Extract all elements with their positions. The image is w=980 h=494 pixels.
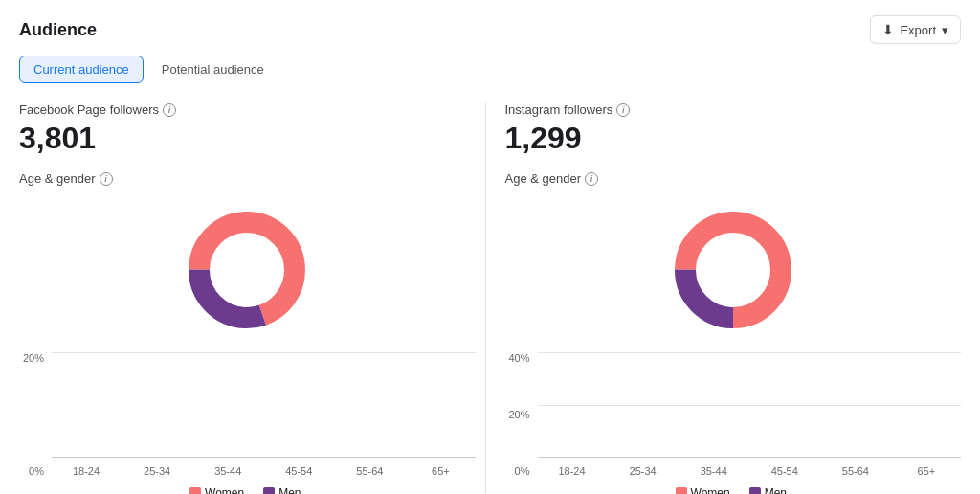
facebook-donut-chart: [180, 203, 314, 337]
instagram-panel: Instagram followers i 1,299 Age & gender…: [485, 102, 962, 494]
instagram-metric-value: 1,299: [505, 121, 962, 156]
instagram-chart-area: 40% 20% 0%: [505, 193, 962, 494]
y-label-40-ig: 40%: [508, 352, 529, 364]
facebook-age-gender-label: Age & gender i: [19, 171, 476, 186]
men-color-swatch-fb: [263, 487, 275, 494]
legend-men-label-ig: Men: [765, 486, 787, 494]
legend-women-ig: Women 74.9%: [676, 486, 730, 494]
download-icon: ⬇: [882, 22, 894, 37]
y-label-0-ig: 0%: [515, 465, 530, 477]
x-label-35-44-ig: 35-44: [679, 465, 748, 477]
audience-container: Audience ⬇ Export ▾ Current audience Pot…: [0, 0, 980, 494]
facebook-panel: Facebook Page followers i 3,801 Age & ge…: [19, 102, 485, 494]
men-color-swatch-ig: [749, 487, 761, 494]
facebook-info-icon[interactable]: i: [163, 103, 176, 117]
facebook-metric-label: Facebook Page followers i: [19, 102, 476, 117]
y-label-0: 0%: [29, 465, 44, 477]
facebook-chart-area: 20% 0%: [19, 193, 476, 494]
instagram-info-icon[interactable]: i: [616, 103, 630, 117]
svg-point-5: [700, 236, 767, 303]
legend-men-label-fb: Men: [278, 486, 301, 494]
header: Audience ⬇ Export ▾: [19, 15, 961, 44]
y-label-20-ig: 20%: [508, 409, 529, 420]
facebook-metric-value: 3,801: [19, 121, 476, 156]
women-color-swatch-ig: [676, 487, 687, 494]
x-label-25-34-ig: 25-34: [609, 465, 678, 477]
page-title: Audience: [19, 20, 97, 40]
x-label-65plus-ig: 65+: [892, 465, 961, 477]
x-label-18-24-ig: 18-24: [538, 465, 607, 477]
x-label-45-54-ig: 45-54: [750, 465, 819, 477]
legend-women-fb: Women 69.6%: [189, 486, 244, 494]
facebook-bar-chart: 20% 0%: [19, 352, 476, 494]
women-color-swatch-fb: [189, 487, 201, 494]
x-label-25-34-fb: 25-34: [122, 465, 191, 477]
instagram-metric-label: Instagram followers i: [505, 102, 962, 117]
legend-men-fb: Men 30.4%: [259, 486, 304, 494]
export-label: Export: [900, 23, 936, 37]
instagram-age-gender-label: Age & gender i: [505, 171, 962, 186]
legend-women-label-fb: Women: [205, 486, 244, 494]
facebook-legend: Women 69.6% Men 30.4%: [19, 486, 476, 494]
legend-women-label-ig: Women: [691, 486, 730, 494]
x-label-55-64-fb: 55-64: [335, 465, 404, 477]
export-button[interactable]: ⬇ Export ▾: [870, 15, 961, 44]
instagram-legend: Women 74.9% Men 25.1%: [505, 486, 962, 494]
tab-current-audience[interactable]: Current audience: [19, 56, 144, 83]
instagram-bar-chart: 40% 20% 0%: [505, 352, 962, 494]
instagram-donut-chart: [666, 203, 800, 337]
legend-men-ig: Men 25.1%: [746, 486, 791, 494]
y-label-20: 20%: [23, 352, 44, 364]
audience-tabs: Current audience Potential audience: [19, 56, 961, 83]
x-label-35-44-fb: 35-44: [193, 465, 262, 477]
instagram-age-gender-info-icon[interactable]: i: [585, 172, 598, 186]
facebook-age-gender-info-icon[interactable]: i: [100, 172, 113, 186]
x-label-65plus-fb: 65+: [406, 465, 475, 477]
chevron-down-icon: ▾: [942, 23, 948, 37]
x-label-55-64-ig: 55-64: [821, 465, 890, 477]
svg-point-2: [213, 236, 280, 303]
x-label-18-24-fb: 18-24: [52, 465, 121, 477]
x-label-45-54-fb: 45-54: [264, 465, 333, 477]
tab-potential-audience[interactable]: Potential audience: [147, 56, 278, 83]
panels: Facebook Page followers i 3,801 Age & ge…: [19, 102, 961, 494]
